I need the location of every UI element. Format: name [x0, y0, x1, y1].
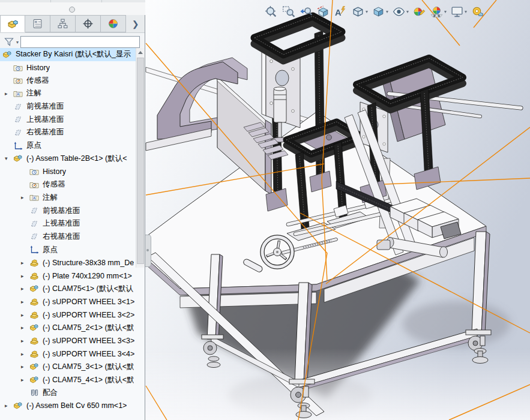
- tree-row[interactable]: ▸ (-) sUPPORT WHEEL 3<1>: [0, 295, 145, 308]
- tree-row[interactable]: 前视基准面: [0, 100, 145, 113]
- expand-arrow-icon[interactable]: ▾: [4, 155, 13, 161]
- svg-text:A: A: [335, 7, 342, 17]
- previous-view-button[interactable]: [298, 2, 314, 20]
- hide-show-items-dropdown-caret[interactable]: ▾: [406, 9, 409, 14]
- expand-arrow-icon[interactable]: ▸: [20, 325, 29, 331]
- tree-row[interactable]: ▸ A 注解: [0, 191, 145, 205]
- expand-arrow-icon[interactable]: ▸: [20, 273, 29, 279]
- tree-row[interactable]: ▸ (-) Plate 740x1290 mm<1>: [0, 269, 145, 283]
- expand-arrow-icon[interactable]: ▸: [20, 194, 29, 200]
- tree-item-icon: [29, 271, 40, 281]
- tree-row[interactable]: History: [0, 165, 145, 178]
- tree-row[interactable]: ▸ (-) sUPPORT WHEEL 3<2>: [0, 308, 145, 322]
- tree-item-label: (-) CLAM75_3<1> (默认<默: [43, 362, 134, 372]
- expand-arrow-icon[interactable]: ▸: [20, 377, 29, 383]
- tree-item-label: 上视基准面: [26, 115, 64, 125]
- display-style-dropdown-caret[interactable]: ▾: [386, 9, 388, 14]
- tree-row[interactable]: ▾ (-) Assem Table-2B<1> (默认<: [0, 152, 145, 166]
- tree-row[interactable]: 原点: [0, 139, 145, 152]
- annotation-view-button[interactable]: A: [333, 2, 349, 20]
- tab-displaymanager[interactable]: [101, 15, 126, 32]
- expand-arrow-icon[interactable]: ▸: [20, 299, 29, 305]
- scrollbar-up-arrow[interactable]: [136, 48, 145, 56]
- 3d-model-canvas[interactable]: [145, 0, 530, 420]
- tree-item-icon: [29, 310, 40, 320]
- tree-row[interactable]: ▸ (-) Structure-38x38 mm_De: [0, 256, 145, 269]
- tree-item-label: History: [26, 64, 50, 72]
- tree-row[interactable]: ▸ A 注解: [0, 87, 145, 100]
- hide-show-items-button[interactable]: ▾: [391, 2, 410, 20]
- tree-row[interactable]: 右视基准面: [0, 126, 145, 139]
- tree-row[interactable]: 上视基准面: [0, 113, 145, 126]
- expand-arrow-icon[interactable]: ▸: [20, 286, 29, 292]
- apply-scene-button[interactable]: ▾: [429, 2, 448, 20]
- tree-item-label: 传感器: [26, 76, 49, 86]
- view-orientation-button[interactable]: ▾: [350, 2, 369, 20]
- tree-filter-input[interactable]: [20, 36, 140, 48]
- expand-arrow-icon[interactable]: ▸: [4, 91, 13, 97]
- apply-scene-dropdown-caret[interactable]: ▾: [444, 9, 447, 14]
- view-orientation-dropdown-caret[interactable]: ▾: [366, 9, 368, 14]
- tree-item-icon: [29, 206, 40, 215]
- svg-text:A: A: [33, 197, 35, 200]
- view-settings-button[interactable]: ▾: [449, 2, 468, 20]
- graphics-viewport[interactable]: A▾▾▾▾▾: [145, 0, 530, 420]
- tree-row[interactable]: 配合: [0, 386, 145, 400]
- tree-row[interactable]: ▸ (-) CLAM75_4<1> (默认<默: [0, 373, 145, 386]
- tree-row[interactable]: ▸ (-) CLAM75_3<1> (默认<默: [0, 361, 145, 374]
- tree-row[interactable]: ▸ (-) CLAM75<1> (默认<默认: [0, 282, 145, 295]
- tree-row[interactable]: ▸ (-) sUPPORT WHEEL 3<3>: [0, 334, 145, 347]
- filter-caret-icon[interactable]: ▾: [16, 40, 19, 45]
- tab-featuremanager[interactable]: [0, 15, 25, 32]
- solidworks-window: ❯ ▾ Stacker By Kaisri (默认<默认_显示 History …: [0, 0, 530, 420]
- filter-funnel-icon[interactable]: [4, 37, 14, 47]
- floor-fade: [145, 348, 530, 420]
- tab-dimxpertmanager[interactable]: [76, 15, 101, 32]
- tree-item-icon: [29, 362, 40, 371]
- tree-item-label: (-) CLAM75_4<1> (默认<默: [43, 375, 134, 385]
- tree-row[interactable]: History: [0, 61, 145, 74]
- tree-row[interactable]: 传感器: [0, 74, 145, 87]
- expand-arrow-icon[interactable]: ▸: [4, 403, 13, 409]
- tree-item-label: 传感器: [43, 179, 65, 190]
- tree-item-label: 前视基准面: [43, 206, 80, 216]
- tree-row[interactable]: 传感器: [0, 178, 145, 191]
- tree-item-icon: [29, 284, 40, 293]
- display-style-button[interactable]: ▾: [370, 2, 390, 20]
- tree-row[interactable]: Stacker By Kaisri (默认<默认_显示: [0, 48, 145, 61]
- tree-row[interactable]: ▸ (-) CLAM75_2<1> (默认<默: [0, 321, 145, 334]
- tree-item-icon: [13, 76, 23, 85]
- expand-arrow-icon[interactable]: ▸: [20, 260, 29, 266]
- tree-item-icon: [29, 219, 40, 229]
- edit-appearance-button[interactable]: [411, 2, 427, 20]
- tree-row[interactable]: 原点: [0, 243, 145, 256]
- expand-arrow-icon[interactable]: ▸: [20, 364, 29, 370]
- tree-item-label: 右视基准面: [26, 127, 64, 137]
- zoom-area-button[interactable]: [280, 2, 297, 20]
- scrollbar-thumb[interactable]: [137, 58, 144, 264]
- zoom-fit-button[interactable]: [263, 2, 279, 20]
- tree-item-icon: [13, 102, 23, 112]
- measure-button[interactable]: [469, 2, 486, 20]
- tree-item-label: (-) sUPPORT WHEEL 3<1>: [43, 298, 134, 306]
- expand-arrow-icon[interactable]: ▸: [20, 338, 29, 344]
- tree-row[interactable]: 上视基准面: [0, 217, 145, 230]
- tree-item-label: 配合: [43, 388, 58, 398]
- tab-propertymanager[interactable]: [25, 15, 50, 32]
- expand-arrow-icon[interactable]: ▸: [20, 351, 29, 357]
- view-settings-dropdown-caret[interactable]: ▾: [465, 9, 467, 14]
- expand-arrow-icon[interactable]: ▸: [20, 312, 29, 318]
- tab-configurationmanager[interactable]: [50, 15, 76, 32]
- tree-row[interactable]: 右视基准面: [0, 230, 145, 244]
- panel-pin-handle[interactable]: [69, 7, 75, 13]
- tree-item-icon: [29, 349, 40, 359]
- tab-overflow-button[interactable]: ❯: [126, 15, 145, 32]
- tree-item-label: 原点: [26, 140, 41, 151]
- tree-item-label: (-) sUPPORT WHEEL 3<4>: [43, 350, 134, 358]
- tree-row[interactable]: 前视基准面: [0, 204, 145, 217]
- tree-scrollbar[interactable]: [136, 48, 145, 268]
- section-view-button[interactable]: [315, 2, 331, 20]
- tree-row[interactable]: ▸ (-) sUPPORT WHEEL 3<4>: [0, 347, 145, 361]
- panel-splitter-handle[interactable]: [145, 235, 151, 267]
- tree-row[interactable]: ▸ (-) Assem Belt Cv 650 mm<1>: [0, 400, 145, 413]
